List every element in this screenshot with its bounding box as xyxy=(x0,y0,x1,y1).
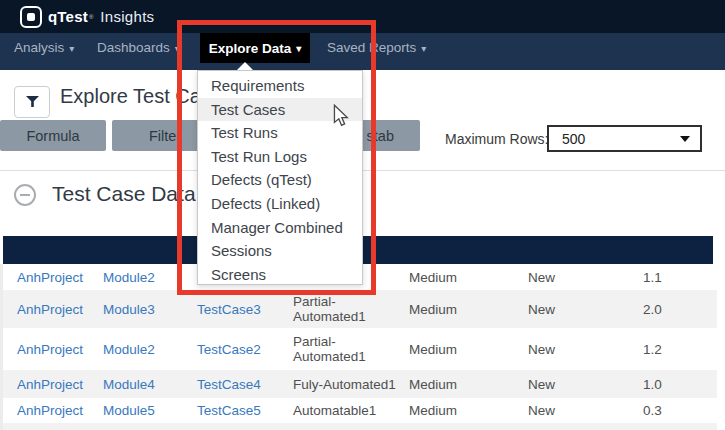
automation-cell: Partial-Automated1 xyxy=(293,290,401,328)
menu-item-screens[interactable]: Screens xyxy=(198,263,362,287)
filter-icon-button[interactable] xyxy=(14,86,50,118)
project-link[interactable]: AnhProject xyxy=(17,328,99,370)
table-row: AnhProject Module2 TestCase2 Partial-Aut… xyxy=(3,328,717,370)
nav-item-explore-data[interactable]: Explore Data▾ xyxy=(200,33,310,63)
table-row-partial xyxy=(3,423,717,430)
chevron-down-icon: ▾ xyxy=(421,43,426,54)
collapse-section-button[interactable] xyxy=(14,184,36,206)
automation-cell: Fuly-Automated1 xyxy=(293,370,413,398)
registered-mark: ® xyxy=(89,14,93,20)
version-cell: 1.2 xyxy=(643,328,703,370)
qtest-insights-window: qTest ® Insights Analysis▾ Dashboards▾ E… xyxy=(0,0,725,430)
max-rows-value: 500 xyxy=(562,131,680,147)
max-rows-select[interactable]: 500 xyxy=(547,125,702,152)
page-title: Explore Test Ca xyxy=(60,85,201,108)
explore-data-dropdown: Requirements Test Cases Test Runs Test R… xyxy=(197,70,363,285)
table-row: AnhProject Module5 TestCase5 Automatable… xyxy=(3,398,717,423)
qtest-logo-icon xyxy=(20,6,42,28)
test-case-link[interactable]: TestCase2 xyxy=(197,328,291,370)
version-cell: 1.0 xyxy=(643,370,703,398)
status-cell: New xyxy=(528,264,618,290)
module-link[interactable]: Module2 xyxy=(103,328,193,370)
automation-cell: Partial-Automated1 xyxy=(293,328,401,370)
table-row: AnhProject Module3 TestCase3 Partial-Aut… xyxy=(3,290,717,328)
select-arrow-icon xyxy=(680,136,690,142)
product-name: Insights xyxy=(100,8,154,25)
test-case-link[interactable]: TestCase3 xyxy=(197,290,291,328)
status-cell: New xyxy=(528,290,618,328)
project-link[interactable]: AnhProject xyxy=(17,370,99,398)
max-rows-label: Maximum Rows: xyxy=(445,131,548,147)
automation-cell: Automatable1 xyxy=(293,398,401,423)
priority-cell: Medium xyxy=(409,290,499,328)
priority-cell: Medium xyxy=(409,264,499,290)
version-cell: 2.0 xyxy=(643,290,703,328)
menu-item-sessions[interactable]: Sessions xyxy=(198,239,362,263)
mouse-cursor-icon xyxy=(332,104,349,127)
status-cell: New xyxy=(528,398,618,423)
priority-cell: Medium xyxy=(409,328,499,370)
logo-text: qTest xyxy=(48,8,88,25)
dropdown-notch xyxy=(237,62,253,70)
menu-item-defects-linked[interactable]: Defects (Linked) xyxy=(198,192,362,216)
project-link[interactable]: AnhProject xyxy=(17,290,99,328)
chevron-down-icon: ▾ xyxy=(175,43,180,54)
menu-item-defects-qtest[interactable]: Defects (qTest) xyxy=(198,168,362,192)
table-row: AnhProject Module4 TestCase4 Fuly-Automa… xyxy=(3,370,717,398)
chevron-down-icon: ▾ xyxy=(69,43,74,54)
test-case-link[interactable]: TestCase5 xyxy=(197,398,291,423)
status-cell: New xyxy=(528,328,618,370)
module-link[interactable]: Module5 xyxy=(103,398,193,423)
main-navbar: Analysis▾ Dashboards▾ Explore Data▾ Save… xyxy=(0,33,725,70)
status-cell: New xyxy=(528,370,618,398)
nav-item-saved-reports[interactable]: Saved Reports▾ xyxy=(327,33,426,63)
formula-button[interactable]: Formula xyxy=(0,120,106,151)
chevron-down-icon: ▾ xyxy=(296,43,301,54)
priority-cell: Medium xyxy=(409,370,499,398)
module-link[interactable]: Module3 xyxy=(103,290,193,328)
menu-item-manager-combined[interactable]: Manager Combined xyxy=(198,216,362,240)
menu-item-test-run-logs[interactable]: Test Run Logs xyxy=(198,145,362,169)
page-edge-strip xyxy=(0,264,3,430)
module-link[interactable]: Module4 xyxy=(103,370,193,398)
test-case-link[interactable]: TestCase4 xyxy=(197,370,291,398)
app-header: qTest ® Insights xyxy=(0,0,725,33)
project-link[interactable]: AnhProject xyxy=(17,264,99,290)
funnel-icon xyxy=(26,96,39,108)
version-cell: 0.3 xyxy=(643,398,703,423)
project-link[interactable]: AnhProject xyxy=(17,398,99,423)
module-link[interactable]: Module2 xyxy=(103,264,193,290)
section-title: Test Case Data xyxy=(52,182,196,206)
nav-item-analysis[interactable]: Analysis▾ xyxy=(14,33,74,63)
version-cell: 1.1 xyxy=(643,264,703,290)
nav-item-dashboards[interactable]: Dashboards▾ xyxy=(97,33,180,63)
qtest-logo: qTest ® Insights xyxy=(20,5,154,28)
priority-cell: Medium xyxy=(409,398,499,423)
menu-item-requirements[interactable]: Requirements xyxy=(198,74,362,98)
